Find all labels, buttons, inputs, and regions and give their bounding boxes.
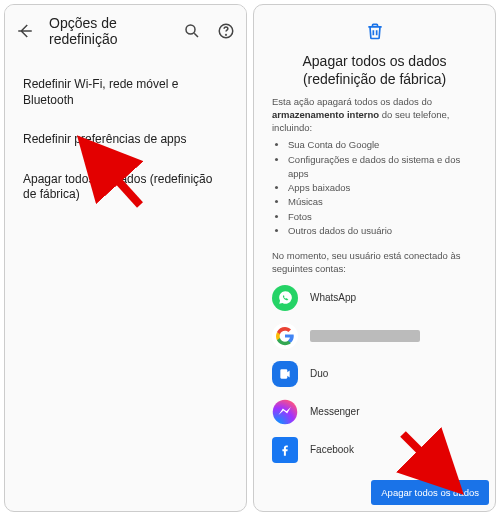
account-label: WhatsApp	[310, 292, 356, 303]
app-bar: Opções de redefinição	[5, 5, 246, 57]
warning-pre: Esta ação apagará todos os dados do	[272, 96, 432, 107]
factory-reset-option[interactable]: Apagar todos os dados (redefinição de fá…	[5, 160, 246, 215]
erase-item: Outros dados do usuário	[288, 224, 477, 238]
messenger-icon	[272, 399, 298, 425]
svg-point-0	[186, 25, 195, 34]
reset-network-option[interactable]: Redefinir Wi-Fi, rede móvel e Bluetooth	[5, 65, 246, 120]
accounts-list: WhatsApp Duo Messenger	[272, 285, 477, 463]
account-google	[272, 323, 477, 349]
search-icon[interactable]	[182, 21, 202, 41]
erase-all-button[interactable]: Apagar todos os dados	[371, 480, 489, 505]
account-whatsapp: WhatsApp	[272, 285, 477, 311]
duo-icon	[272, 361, 298, 387]
svg-point-2	[226, 34, 227, 35]
reset-app-prefs-option[interactable]: Redefinir preferências de apps	[5, 120, 246, 160]
google-icon	[272, 323, 298, 349]
factory-reset-screen: Apagar todos os dados (redefinição de fá…	[253, 4, 496, 512]
facebook-icon	[272, 437, 298, 463]
account-label: Facebook	[310, 444, 354, 455]
account-duo: Duo	[272, 361, 477, 387]
erase-item: Sua Conta do Google	[288, 138, 477, 152]
trash-icon	[365, 21, 385, 45]
erase-list: Sua Conta do Google Configurações e dado…	[272, 138, 477, 238]
account-messenger: Messenger	[272, 399, 477, 425]
svg-point-4	[273, 400, 298, 425]
whatsapp-icon	[272, 285, 298, 311]
screen-title: Apagar todos os dados (redefinição de fá…	[272, 53, 477, 88]
account-label-redacted	[310, 330, 420, 342]
help-icon[interactable]	[216, 21, 236, 41]
warning-text: Esta ação apagará todos os dados do arma…	[272, 96, 477, 134]
page-title: Opções de redefinição	[49, 15, 168, 47]
back-icon[interactable]	[15, 21, 35, 41]
account-label: Duo	[310, 368, 328, 379]
accounts-heading: No momento, seu usuário está conectado à…	[272, 250, 477, 275]
account-label: Messenger	[310, 406, 359, 417]
account-facebook: Facebook	[272, 437, 477, 463]
erase-item: Fotos	[288, 210, 477, 224]
erase-item: Apps baixados	[288, 181, 477, 195]
warning-bold: armazenamento interno	[272, 109, 379, 120]
erase-item: Músicas	[288, 195, 477, 209]
erase-item: Configurações e dados do sistema e dos a…	[288, 153, 477, 182]
settings-screen: Opções de redefinição Redefinir Wi-Fi, r…	[4, 4, 247, 512]
reset-options-list: Redefinir Wi-Fi, rede móvel e Bluetooth …	[5, 57, 246, 223]
